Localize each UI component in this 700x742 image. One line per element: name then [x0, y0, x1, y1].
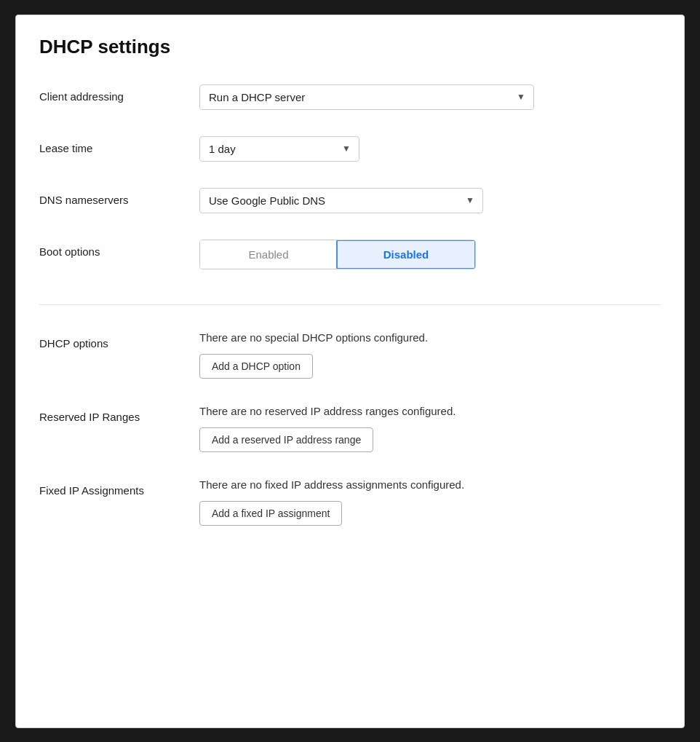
- dhcp-settings-panel: DHCP settings Client addressing Run a DH…: [15, 15, 685, 728]
- dns-nameservers-label: DNS nameservers: [39, 188, 199, 206]
- boot-options-content: Enabled Disabled: [199, 240, 661, 269]
- lease-time-row: Lease time 1 hour 1 day 1 week ▼: [39, 136, 661, 162]
- boot-options-toggle-group: Enabled Disabled: [199, 240, 476, 269]
- dhcp-options-label: DHCP options: [39, 331, 199, 350]
- lease-time-select-wrapper: 1 hour 1 day 1 week ▼: [199, 136, 359, 162]
- dhcp-options-status: There are no special DHCP options config…: [199, 331, 661, 344]
- dns-nameservers-select[interactable]: Use Google Public DNS Use ISP DNS Custom: [199, 188, 483, 213]
- lease-time-select[interactable]: 1 hour 1 day 1 week: [199, 136, 359, 162]
- add-dhcp-option-button[interactable]: Add a DHCP option: [199, 354, 313, 379]
- boot-options-label: Boot options: [39, 240, 199, 258]
- dhcp-options-content: There are no special DHCP options config…: [199, 331, 661, 379]
- fixed-ip-assignments-label: Fixed IP Assignments: [39, 478, 199, 497]
- client-addressing-content: Run a DHCP server Use DHCP relay None ▼: [199, 84, 661, 110]
- lease-time-content: 1 hour 1 day 1 week ▼: [199, 136, 661, 162]
- boot-options-row: Boot options Enabled Disabled: [39, 240, 661, 269]
- reserved-ip-ranges-status: There are no reserved IP address ranges …: [199, 405, 661, 417]
- boot-options-disabled-button[interactable]: Disabled: [336, 240, 476, 269]
- dns-nameservers-content: Use Google Public DNS Use ISP DNS Custom…: [199, 188, 661, 213]
- add-fixed-ip-assignment-button[interactable]: Add a fixed IP assignment: [199, 501, 342, 526]
- dns-nameservers-row: DNS nameservers Use Google Public DNS Us…: [39, 188, 661, 213]
- page-title: DHCP settings: [39, 36, 661, 58]
- dhcp-options-row: DHCP options There are no special DHCP o…: [39, 331, 661, 379]
- client-addressing-label: Client addressing: [39, 84, 199, 103]
- reserved-ip-ranges-content: There are no reserved IP address ranges …: [199, 405, 661, 452]
- add-reserved-ip-range-button[interactable]: Add a reserved IP address range: [199, 427, 373, 452]
- fixed-ip-assignments-row: Fixed IP Assignments There are no fixed …: [39, 478, 661, 526]
- reserved-ip-ranges-row: Reserved IP Ranges There are no reserved…: [39, 405, 661, 452]
- client-addressing-select[interactable]: Run a DHCP server Use DHCP relay None: [199, 84, 534, 110]
- fixed-ip-assignments-status: There are no fixed IP address assignment…: [199, 478, 661, 491]
- fixed-ip-assignments-content: There are no fixed IP address assignment…: [199, 478, 661, 526]
- lease-time-label: Lease time: [39, 136, 199, 154]
- section-divider: [39, 304, 661, 305]
- dns-nameservers-select-wrapper: Use Google Public DNS Use ISP DNS Custom…: [199, 188, 483, 213]
- boot-options-enabled-button[interactable]: Enabled: [200, 240, 337, 269]
- client-addressing-select-wrapper: Run a DHCP server Use DHCP relay None ▼: [199, 84, 534, 110]
- client-addressing-row: Client addressing Run a DHCP server Use …: [39, 84, 661, 110]
- reserved-ip-ranges-label: Reserved IP Ranges: [39, 405, 199, 423]
